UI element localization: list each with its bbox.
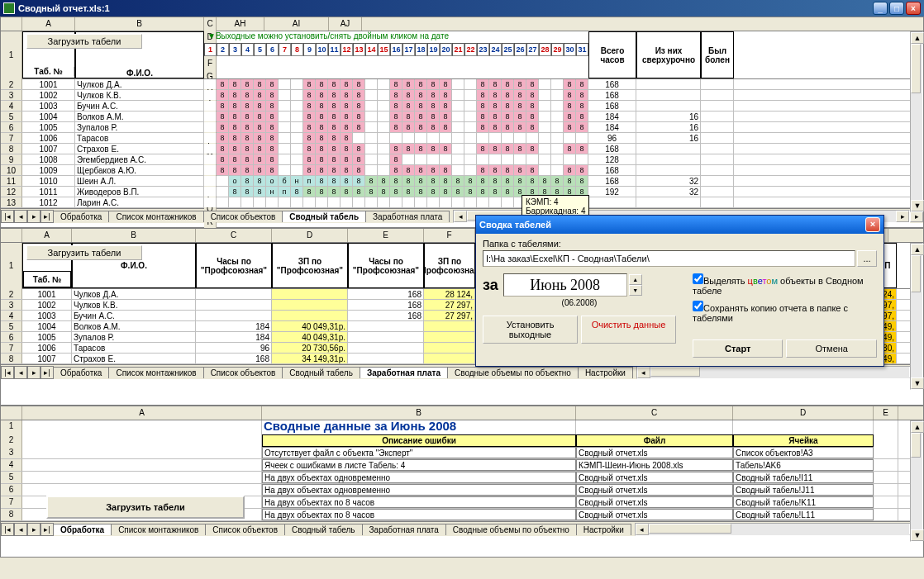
table-row[interactable]: 31002Чулков К.В.888888888888888888888816… xyxy=(1,90,923,101)
day-16[interactable]: 16 xyxy=(390,43,402,56)
col-AJ[interactable]: AJ xyxy=(329,17,362,31)
tab-4[interactable]: Заработная плата xyxy=(365,211,450,222)
day-28[interactable]: 28 xyxy=(539,43,551,56)
day-23[interactable]: 23 xyxy=(477,43,489,56)
table-row[interactable]: 4 Ячеек с ошибками в листе Табель: 4 КЭМ… xyxy=(1,459,923,472)
minimize-button[interactable]: _ xyxy=(873,2,888,15)
day-14[interactable]: 14 xyxy=(365,43,378,56)
table-row[interactable]: 41003Бучин А.С.8888888888888888888888168 xyxy=(1,101,923,112)
tab3-6[interactable]: Настройки xyxy=(576,524,631,535)
start-button[interactable]: Старт xyxy=(693,339,783,358)
vscrollbar[interactable]: ▲ ▼ xyxy=(910,31,923,212)
table-row[interactable]: 6 На двух объектах одновременно Сводный … xyxy=(1,484,923,496)
clear-data-button[interactable]: Очистить данные xyxy=(581,316,676,344)
load-button[interactable]: Загрузить табели xyxy=(26,34,142,49)
dialog-titlebar[interactable]: Сводка табелей × xyxy=(476,216,884,234)
close-button[interactable]: × xyxy=(906,2,921,15)
tab3-4[interactable]: Заработная плата xyxy=(362,524,446,535)
tab2-5[interactable]: Сводные объемы по объектно xyxy=(447,367,579,378)
path-input[interactable] xyxy=(483,250,855,267)
tab2-4[interactable]: Заработная плата xyxy=(360,367,448,378)
tab-first[interactable]: |◂ xyxy=(1,210,14,223)
spin-down[interactable]: ▼ xyxy=(629,285,642,296)
day-29[interactable]: 29 xyxy=(551,43,564,56)
tab3-5[interactable]: Сводные объемы по объектно xyxy=(445,524,577,535)
maximize-button[interactable]: □ xyxy=(889,2,904,15)
tab-last[interactable]: ▸| xyxy=(40,210,54,223)
day-12[interactable]: 12 xyxy=(341,43,353,56)
scroll-down[interactable]: ▼ xyxy=(911,200,924,211)
day-13[interactable]: 13 xyxy=(353,43,365,56)
cancel-button[interactable]: Отмена xyxy=(786,339,877,358)
day-10[interactable]: 10 xyxy=(316,43,328,56)
scroll-up[interactable]: ▲ xyxy=(911,32,924,44)
table-row[interactable]: 61005Зупалов Р.8888888888888888888888184… xyxy=(1,122,923,133)
day-5[interactable]: 5 xyxy=(254,43,266,56)
tab2-6[interactable]: Настройки xyxy=(578,367,633,378)
day-17[interactable]: 17 xyxy=(402,43,415,56)
day-31[interactable]: 31 xyxy=(576,43,588,56)
checkbox-highlight[interactable]: Выделять цветом объекты в Сводном табеле xyxy=(693,273,877,296)
load-button-2[interactable]: Загрузить табели xyxy=(26,245,142,260)
grid-body[interactable]: 21001Чулков Д.А.888888888888888888888816… xyxy=(1,79,923,208)
day-4[interactable]: 4 xyxy=(241,43,254,56)
day-6[interactable]: 6 xyxy=(266,43,279,56)
day-25[interactable]: 25 xyxy=(502,43,514,56)
day-9[interactable]: 9 xyxy=(303,43,316,56)
month-input[interactable] xyxy=(503,273,627,297)
tab2-0[interactable]: Обработка xyxy=(53,367,109,378)
day-18[interactable]: 18 xyxy=(415,43,427,56)
vscrollbar-2[interactable]: ▲ ▼ xyxy=(910,243,923,390)
day-8[interactable]: 8 xyxy=(291,43,303,56)
table-row[interactable]: 121011Живодеров В.П.888нп888888888888888… xyxy=(1,187,923,197)
day-7[interactable]: 7 xyxy=(279,43,291,56)
day-19[interactable]: 19 xyxy=(427,43,440,56)
tab-next[interactable]: ▸ xyxy=(27,210,40,223)
day-3[interactable]: 3 xyxy=(229,43,241,56)
day-26[interactable]: 26 xyxy=(514,43,526,56)
day-30[interactable]: 30 xyxy=(564,43,576,56)
vscrollbar-3[interactable]: ▲ ▼ xyxy=(910,420,923,542)
tab2-1[interactable]: Список монтажников xyxy=(108,367,203,378)
table-row[interactable]: 51004Волков А.М.888888888888888888888818… xyxy=(1,112,923,122)
table-row[interactable]: 71006Тарасов8888888889616 xyxy=(1,133,923,144)
tab2-2[interactable]: Список объектов xyxy=(203,367,283,378)
day-20[interactable]: 20 xyxy=(440,43,452,56)
tab3-0[interactable]: Обработка xyxy=(53,524,112,535)
tab3-2[interactable]: Список объектов xyxy=(205,524,285,535)
load-button-3[interactable]: Загрузить табели xyxy=(46,496,245,519)
spin-up[interactable]: ▲ xyxy=(629,274,642,285)
col-AH[interactable]: AH xyxy=(217,17,264,31)
table-row[interactable]: 3 Отсутствует файл с объекта "Эксперт" С… xyxy=(1,447,923,459)
tab-0[interactable]: Обработка xyxy=(53,211,109,222)
browse-button[interactable]: ... xyxy=(857,250,877,267)
day-11[interactable]: 11 xyxy=(328,43,341,56)
tab3-1[interactable]: Список монтажников xyxy=(111,524,206,535)
day-21[interactable]: 21 xyxy=(452,43,464,56)
dialog-close[interactable]: × xyxy=(865,217,880,232)
tab2-3[interactable]: Сводный табель xyxy=(282,367,360,378)
table-row[interactable]: 111010Шеин А.Л.о88обнп888888888888888888… xyxy=(1,176,923,187)
table-row[interactable]: 101009Щербаков А.Ю.888888888888888888888… xyxy=(1,165,923,176)
table-row[interactable]: 131012Ларин А.С. xyxy=(1,197,923,208)
set-weekends-button[interactable]: Установить выходные xyxy=(483,316,578,344)
tab-3[interactable]: Сводный табель xyxy=(282,211,366,222)
table-row[interactable]: 5 На двух объектах одновременно Сводный … xyxy=(1,472,923,484)
col-A[interactable]: A xyxy=(22,17,75,31)
tab-2[interactable]: Список объектов xyxy=(203,211,283,222)
day-22[interactable]: 22 xyxy=(464,43,477,56)
checkbox-savecopy[interactable]: Сохранять копию отчета в папке с табелям… xyxy=(693,301,877,323)
col-AI[interactable]: AI xyxy=(264,17,329,31)
table-row[interactable]: 81007Страхов Е.8888888888888888888888168 xyxy=(1,144,923,154)
tab3-3[interactable]: Сводный табель xyxy=(284,524,363,535)
day-2[interactable]: 2 xyxy=(217,43,229,56)
tab-prev[interactable]: ◂ xyxy=(14,210,27,223)
day-1[interactable]: 1 xyxy=(204,43,217,56)
table-row[interactable]: 21001Чулков Д.А.888888888888888888888816… xyxy=(1,79,923,90)
day-24[interactable]: 24 xyxy=(489,43,502,56)
day-15[interactable]: 15 xyxy=(378,43,390,56)
day-27[interactable]: 27 xyxy=(526,43,539,56)
tab-1[interactable]: Список монтажников xyxy=(108,211,203,222)
col-B[interactable]: B xyxy=(75,17,204,31)
table-row[interactable]: 91008Эгембердиев А.С.88888888888128 xyxy=(1,154,923,165)
